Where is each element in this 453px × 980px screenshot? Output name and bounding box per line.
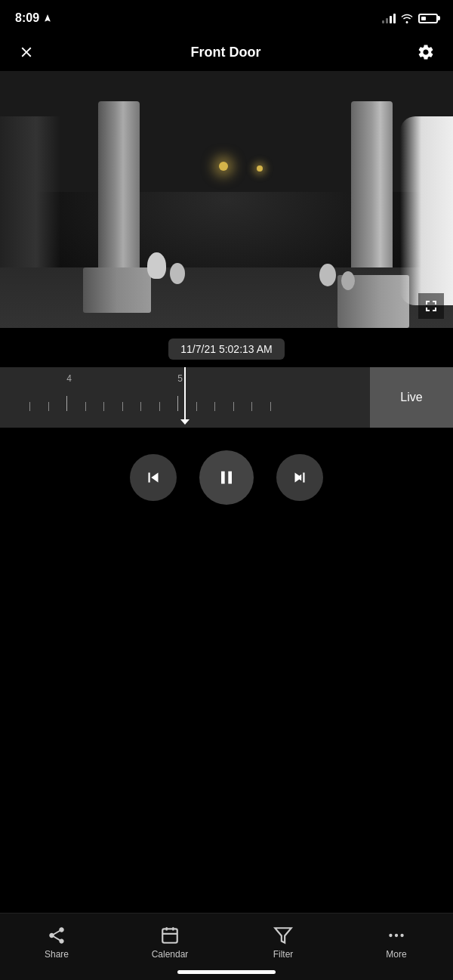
more-label: More	[386, 949, 406, 960]
status-time: 8:09	[15, 11, 52, 25]
close-button[interactable]	[15, 41, 38, 63]
playback-controls	[0, 428, 453, 520]
camera-scene	[0, 71, 453, 328]
page-title: Front Door	[191, 45, 261, 60]
timeline-label-5: 5	[177, 373, 183, 384]
settings-button[interactable]	[414, 40, 438, 64]
video-player[interactable]	[0, 71, 453, 328]
svg-point-5	[389, 934, 392, 937]
calendar-icon	[160, 926, 180, 945]
bottom-nav: Share Calendar Filter More	[0, 913, 453, 980]
wifi-icon	[400, 13, 414, 23]
more-icon	[387, 926, 406, 945]
share-label: Share	[45, 949, 69, 960]
status-bar: 8:09	[0, 0, 453, 33]
empty-area	[0, 520, 453, 784]
filter-nav-item[interactable]: Filter	[257, 923, 310, 963]
pause-button[interactable]	[199, 450, 254, 505]
header: Front Door	[0, 33, 453, 71]
signal-icon	[382, 13, 396, 23]
timestamp-display: 11/7/21 5:02:13 AM	[168, 339, 284, 360]
share-icon	[47, 926, 66, 945]
fullscreen-button[interactable]	[418, 293, 444, 319]
battery-icon	[418, 14, 438, 23]
time-display: 8:09	[15, 11, 39, 25]
video-frame	[0, 71, 453, 328]
svg-rect-0	[162, 929, 177, 942]
timestamp-bar: 11/7/21 5:02:13 AM	[0, 328, 453, 367]
home-indicator	[177, 970, 276, 974]
location-arrow-icon	[43, 14, 52, 23]
share-nav-item[interactable]: Share	[30, 923, 83, 963]
calendar-label: Calendar	[152, 949, 189, 960]
svg-marker-4	[275, 928, 291, 943]
svg-point-7	[400, 934, 403, 937]
nav-items: Share Calendar Filter More	[0, 923, 453, 966]
playhead[interactable]	[184, 367, 186, 420]
status-icons	[382, 13, 438, 23]
skip-back-button[interactable]	[130, 454, 177, 501]
live-button[interactable]: Live	[370, 367, 453, 428]
filter-label: Filter	[273, 949, 294, 960]
calendar-nav-item[interactable]: Calendar	[143, 923, 196, 963]
more-nav-item[interactable]: More	[370, 923, 423, 963]
svg-point-6	[395, 934, 398, 937]
timeline-scrubber[interactable]: 4 5	[0, 367, 370, 428]
timeline-label-4: 4	[66, 373, 72, 384]
timeline-area[interactable]: 4 5 Live	[0, 367, 453, 428]
skip-forward-button[interactable]	[276, 454, 323, 501]
filter-icon	[273, 926, 293, 945]
